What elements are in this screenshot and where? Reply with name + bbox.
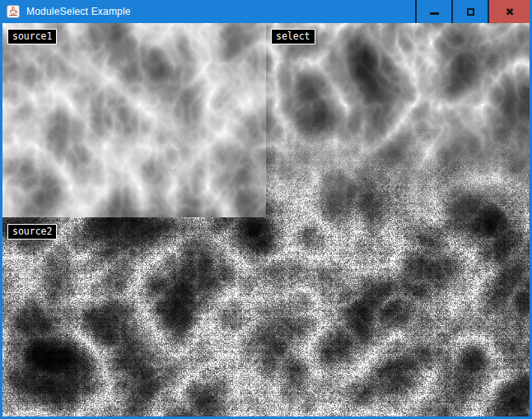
java-coffee-cup-icon[interactable] bbox=[7, 5, 20, 18]
label-source1: source1 bbox=[7, 29, 57, 44]
window-title: ModuleSelect Example bbox=[26, 6, 131, 17]
maximize-button[interactable] bbox=[451, 0, 488, 23]
minimize-button[interactable] bbox=[415, 0, 451, 23]
titlebar[interactable]: ModuleSelect Example ✖ bbox=[0, 0, 532, 23]
window-controls: ✖ bbox=[415, 0, 530, 23]
close-button[interactable]: ✖ bbox=[488, 0, 530, 23]
label-select: select bbox=[271, 29, 315, 44]
noise-render-area: source1 select source2 bbox=[2, 23, 530, 417]
maximize-icon bbox=[467, 8, 474, 16]
source1-preview-layer bbox=[2, 23, 266, 217]
minimize-icon bbox=[430, 12, 439, 15]
close-icon: ✖ bbox=[506, 7, 515, 17]
select-smooth-layer bbox=[266, 23, 530, 230]
app-window: ModuleSelect Example ✖ bbox=[0, 0, 532, 419]
noise-canvas bbox=[2, 23, 530, 417]
label-source2: source2 bbox=[7, 224, 57, 240]
